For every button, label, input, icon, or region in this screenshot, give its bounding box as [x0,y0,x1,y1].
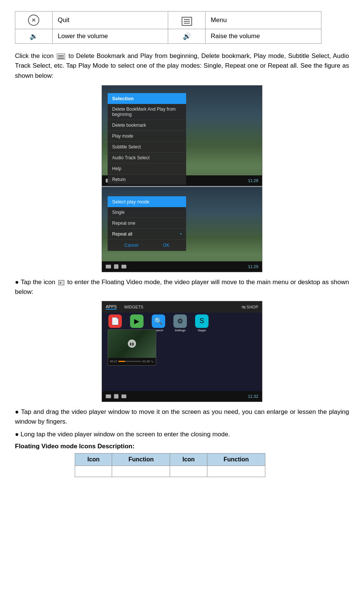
volume-up-icon: 🔊 [183,32,191,40]
floating-icon-table: Icon Function Icon Function [75,453,265,477]
ok-button-playmode: OK [163,243,169,248]
app-icon-settings: ⚙ Settings [171,314,189,332]
status-bar-app: 11:32 [102,391,262,402]
floating-video-section: ● Tap the icon to enter the Floating Vid… [15,277,349,297]
quit-label: Quit [52,12,168,29]
float-time-total: 01:28 [142,360,150,363]
drag-bullet-section: ● Tap and drag the video player window t… [15,407,349,427]
quit-icon: ✕ [28,15,39,26]
menu-item-2: Play mode [108,131,186,142]
app-navigation-bar: APPS WIDGETS 🛍 SHOP [102,301,262,313]
cancel-button-playmode: Cancel [124,243,138,248]
menu-inline-icon [57,53,65,59]
screenshots-section: Selection Delete BookMark And Play from … [15,85,349,272]
table-row-empty [75,465,265,477]
screen-time-1: 11:28 [248,178,258,183]
floating-video-window: ▮▮ 00:17 01:28 ⤡ [108,329,156,366]
skype-icon: S [195,314,209,328]
quit-icon-cell: ✕ [15,12,53,29]
status-bar-bottom: 11:29 [102,261,262,272]
float-play-button: ▮▮ [128,339,136,348]
search-icon: 🔍 [152,314,165,328]
back-nav-icon-2 [106,265,111,268]
float-progress-bar [118,361,141,362]
menu-screenshot: Selection Delete BookMark And Play from … [102,85,262,186]
playmode-header: Select play mode [108,196,186,207]
app-screenshot: APPS WIDGETS 🛍 SHOP 📄 OfficeSuite ▶ Play… [102,301,262,402]
playmode-screenshot: Select play mode Single Repeat one Repea… [102,186,262,272]
table-header-row: Icon Function Icon Function [75,453,265,465]
icon-col-header-2: Icon [170,453,207,465]
playmode-repeat-all: Repeat all [108,229,186,240]
recent-nav-icon-2 [121,265,126,268]
main-paragraph: Click the icon to Delete Bookmark and Pl… [15,51,349,81]
settings-label: Settings [175,329,186,332]
recent-nav-icon-app [121,394,126,398]
volume-down-icon: 🔉 [30,32,38,40]
floating-video-title: Floating Video mode Icons Description: [15,443,349,450]
menu-header-selection: Selection [108,93,186,104]
bullet-drag-text: ● Tap and drag the video player window t… [15,407,349,427]
skype-label: Skype [198,329,206,332]
vol-up-icon-cell: 🔊 [168,29,206,44]
playstore-icon: ▶ [130,314,144,328]
float-controls-bar: 00:17 01:28 ⤡ [108,358,156,365]
screen-time-2: 11:29 [248,264,258,269]
float-video-screen: ▮▮ [108,330,156,358]
menu-icon-cell [168,12,206,29]
vol-down-label: Lower the volume [52,29,168,44]
settings-icon: ⚙ [173,314,187,328]
bullet-longtap-text: ● Long tap the video player window on th… [15,430,349,439]
menu-icon [182,17,192,26]
float-expand-icon: ⤡ [151,360,154,363]
icon-col-header-1: Icon [75,453,112,465]
vol-down-icon-cell: 🔉 [15,29,53,44]
app-icon-skype: S Skype [192,314,211,332]
nav-icons-2 [106,264,126,269]
bullet1-text-b: to enter the Floating Video mode, the vi… [15,279,349,295]
menu-item-4: Audio Track Select [108,153,186,163]
float-time-elapsed: 00:17 [110,360,117,363]
app-screen-section: APPS WIDGETS 🛍 SHOP 📄 OfficeSuite ▶ Play… [15,301,349,402]
icon-cell-empty-1 [75,465,112,477]
home-nav-icon-app [114,394,118,399]
function-cell-empty-2 [207,465,265,477]
apps-tab: APPS [106,304,117,310]
paragraph-text-before-icon: Click the icon [15,52,56,59]
menu-item-5: Help [108,163,186,174]
playmode-single: Single [108,207,186,218]
playmode-repeat-one: Repeat one [108,218,186,229]
float-progress-fill [118,361,125,362]
menu-item-6: Return [108,174,186,185]
vol-up-label: Raise the volume [206,29,321,44]
menu-item-3: Subtitle Select [108,142,186,153]
back-nav-icon-app [106,394,111,398]
widgets-tab: WIDGETS [124,305,143,309]
icon-cell-empty-2 [170,465,207,477]
table-row: ✕ Quit Menu [15,12,321,29]
table-row: 🔉 Lower the volume 🔊 Raise the volume [15,29,321,44]
longtap-bullet-section: ● Long tap the video player window on th… [15,430,349,439]
float-video-inline-icon [58,280,64,285]
playmode-action-buttons: Cancel OK [108,240,186,251]
function-col-header-2: Function [207,453,265,465]
menu-label: Menu [206,12,321,29]
function-col-header-1: Function [112,453,170,465]
menu-item-0: Delete BookMark And Play from beginning [108,104,186,120]
shop-button: 🛍 SHOP [241,305,258,309]
home-nav-icon-2 [114,264,118,269]
bullet1-text-a: ● Tap the icon [15,279,57,286]
playmode-overlay: Select play mode Single Repeat one Repea… [108,196,186,251]
screen-time-3: 11:32 [248,394,258,399]
icon-reference-table: ✕ Quit Menu 🔉 Lower the volume 🔊 Raise t… [15,11,321,44]
menu-overlay: Selection Delete BookMark And Play from … [108,93,186,185]
nav-icons-app [106,394,126,399]
function-cell-empty-1 [112,465,170,477]
officesuite-icon: 📄 [108,314,122,328]
bullet-floating-text: ● Tap the icon to enter the Floating Vid… [15,277,349,297]
menu-item-1: Delete bookmark [108,120,186,131]
